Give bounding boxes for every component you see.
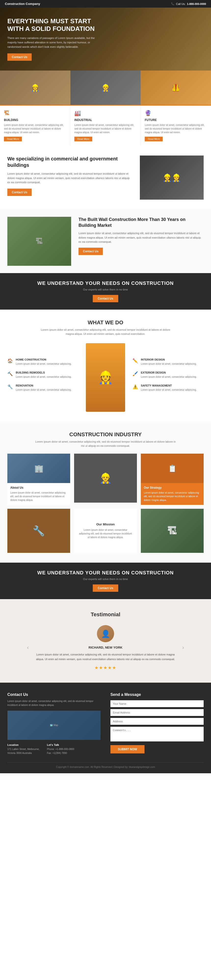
wwd-item-renovation: 🔧 RENOVATION Lorem ipsum dolor sit amet,… — [7, 384, 78, 391]
testimonial-title: Testimonial — [7, 611, 204, 618]
testimonial-name: RICHARD, NEW YORK — [34, 646, 177, 649]
banner2-cta-button[interactable]: Contact Us — [93, 584, 118, 592]
feature-industrial: 🏭 INDUSTRIAL Lorem ipsum dolor sit amet,… — [70, 105, 141, 146]
about-card-body: Lorem ipsum dolor sit amet, consectetur … — [10, 491, 67, 502]
feature-industrial-body: Lorem ipsum dolor sit amet, consectetur … — [74, 123, 137, 134]
worker-img-1: 👷 — [0, 70, 70, 105]
footer-contact-body: Lorem ipsum dolor sit amet, consectetur … — [7, 699, 101, 707]
form-name-input[interactable] — [110, 700, 204, 707]
features-strip: 🏗 BUILDING Lorem ipsum dolor sit amet, c… — [0, 105, 211, 146]
building-remodels-icon: 🔨 — [7, 371, 13, 377]
phone-icon: 📞 — [171, 2, 174, 5]
footer-form-col: Send a Message SUBMIT NOW — [110, 692, 204, 755]
wwd-home-body: Lorem ipsum dolor sit amet, consectetur … — [16, 362, 72, 366]
built-wall-section: 🏗 The Built Wall Construction More Than … — [0, 209, 211, 273]
feature-building-read-more[interactable]: Read More — [4, 137, 22, 141]
footer-grid: Contact Us Lorem ipsum dolor sit amet, c… — [7, 692, 204, 755]
banner1-cta-button[interactable]: Contact Us — [93, 295, 118, 302]
about-card-image: 🏢 — [7, 453, 70, 483]
footer-copyright: Copyright © domainname.com. All Rights R… — [7, 766, 204, 768]
wwd-item-exterior: 🖌️ EXTERIOR DESIGN Lorem ipsum dolor sit… — [133, 371, 204, 379]
strategy-card-title: Our Strategy — [144, 486, 201, 489]
footer-address-text: 171 Lallen Street, Melbourne, Victoria 3… — [7, 747, 40, 755]
hero-body: There are many variations of passages of… — [7, 36, 96, 49]
feature-future-title: FUTURE — [145, 118, 207, 122]
wwd-remodels-body: Lorem ipsum dolor sit amet, consectetur … — [16, 375, 72, 379]
feature-building-title: BUILDING — [4, 118, 66, 122]
form-message-input[interactable] — [110, 727, 204, 741]
hero-content: EVERYTHING MUST START WITH A SOLID FOUND… — [0, 8, 103, 70]
wwd-title: WHAT WE DO — [7, 320, 204, 326]
footer-bottom: Copyright © domainname.com. All Rights R… — [7, 762, 204, 768]
wwd-item-interior: ✏️ INTERIOR DESIGN Lorem ipsum dolor sit… — [133, 358, 204, 366]
footer-phone-text: Phone: +1-888-000-0800 — [47, 747, 74, 751]
home-construction-icon: 🏠 — [7, 358, 13, 363]
feature-building: 🏗 BUILDING Lorem ipsum dolor sit amet, c… — [0, 105, 70, 146]
construction-industry-section: CONSTRUCTION INDUSTRY Lorem ipsum dolor … — [0, 422, 211, 563]
industrial-icon: 🏭 — [74, 110, 137, 116]
testimonial-stars: ★★★★★ — [34, 665, 177, 670]
dark-banner-2: WE UNDERSTAND YOUR NEEDS ON CONSTRUCTION… — [0, 563, 211, 599]
form-email-input[interactable] — [110, 709, 204, 716]
hero-cta-button[interactable]: Contact Us — [7, 53, 32, 61]
built-wall-title: The Built Wall Construction More Than 30… — [78, 217, 204, 228]
wwd-item-home: 🏠 HOME CONSTRUCTION Lorem ipsum dolor si… — [7, 358, 78, 366]
footer-contact-col: Contact Us Lorem ipsum dolor sit amet, c… — [7, 692, 101, 755]
header: Construction Company 📞 Call Us: 1-888-00… — [0, 0, 211, 8]
exterior-design-icon: 🖌️ — [133, 371, 138, 377]
form-address-input[interactable] — [110, 718, 204, 725]
footer-fax-text: Fax: +1(394) 7890 — [47, 751, 74, 755]
header-phone: 1-888-000-0000 — [187, 2, 206, 5]
wwd-item-safety: ⚠️ SAFETY MANAGEMENT Lorem ipsum dolor s… — [133, 384, 204, 391]
commercial-cta-button[interactable]: Contact Us — [7, 189, 32, 196]
feature-future-read-more[interactable]: Read More — [145, 137, 163, 141]
footer-section: Contact Us Lorem ipsum dolor sit amet, c… — [0, 682, 211, 773]
form-submit-button[interactable]: SUBMIT NOW — [110, 745, 144, 753]
hero-title: EVERYTHING MUST START WITH A SOLID FOUND… — [7, 18, 96, 33]
testimonial-prev-arrow[interactable]: ‹ — [27, 644, 29, 651]
commercial-body: Lorem ipsum dolor sit amet, consectetur … — [7, 172, 133, 185]
banner1-subtitle: Our experts will solve them in no time — [5, 288, 206, 291]
wwd-item-remodels: 🔨 BUILDING REMODELS Lorem ipsum dolor si… — [7, 371, 78, 379]
wwd-interior-body: Lorem ipsum dolor sit amet, consectetur … — [141, 362, 197, 366]
footer-contact-title: Contact Us — [7, 692, 101, 697]
footer-talk: Let's Talk Phone: +1-888-000-0800 Fax: +… — [47, 743, 74, 755]
ci-card-mission: Our Mission Lorem ipsum dolor sit amet, … — [74, 509, 137, 553]
built-wall-text: The Built Wall Construction More Than 30… — [78, 217, 204, 255]
banner2-title: WE UNDERSTAND YOUR NEEDS ON CONSTRUCTION — [5, 570, 206, 576]
built-wall-cta-button[interactable]: Contact Us — [78, 248, 103, 255]
banner1-title: WE UNDERSTAND YOUR NEEDS ON CONSTRUCTION — [5, 280, 206, 286]
wwd-center-image: 👷 — [83, 343, 128, 412]
what-we-do-section: WHAT WE DO Lorem ipsum dolor sit amet, c… — [0, 310, 211, 422]
footer-talk-title: Let's Talk — [47, 743, 74, 746]
wwd-right: ✏️ INTERIOR DESIGN Lorem ipsum dolor sit… — [133, 358, 204, 397]
ci-card-strategy: 📋 Our Strategy Lorem ipsum dolor sit ame… — [141, 453, 204, 505]
wwd-left: 🏠 HOME CONSTRUCTION Lorem ipsum dolor si… — [7, 358, 78, 397]
hero-crane-decoration — [95, 8, 211, 70]
testimonial-next-arrow[interactable]: › — [182, 644, 184, 651]
footer-location-address: Location 171 Lallen Street, Melbourne, V… — [7, 743, 40, 755]
feature-industrial-read-more[interactable]: Read More — [74, 137, 92, 141]
ci-card-about: 🏢 About Us Lorem ipsum dolor sit amet, c… — [7, 453, 70, 505]
feature-future: 🔮 FUTURE Lorem ipsum dolor sit amet, con… — [141, 105, 211, 146]
wwd-exterior-title: EXTERIOR DESIGN — [141, 371, 197, 374]
wwd-home-title: HOME CONSTRUCTION — [16, 358, 72, 361]
workers-strip: 👷 👷‍♂️ 🦺 — [0, 70, 211, 105]
wwd-exterior-body: Lorem ipsum dolor sit amet, consectetur … — [141, 375, 197, 379]
wwd-interior-title: INTERIOR DESIGN — [141, 358, 197, 361]
renovation-icon: 🔧 — [7, 384, 13, 390]
banner2-subtitle: Our experts will solve them in no time — [5, 578, 206, 581]
footer-send-title: Send a Message — [110, 692, 204, 697]
header-phone-container: 📞 Call Us: 1-888-000-0000 — [171, 2, 206, 5]
strategy-card-image: 📋 — [141, 453, 204, 483]
header-logo: Construction Company — [5, 2, 40, 6]
interior-design-icon: ✏️ — [133, 358, 138, 363]
dark-banner-1: WE UNDERSTAND YOUR NEEDS ON CONSTRUCTION… — [0, 273, 211, 310]
mission-card-title: Our Mission — [96, 522, 115, 526]
wwd-subtitle: Lorem ipsum dolor sit amet, consectetur … — [38, 328, 173, 336]
testimonial-section: Testimonial ‹ › 👤 RICHARD, NEW YORK Lore… — [0, 599, 211, 682]
footer-form: SUBMIT NOW — [110, 700, 204, 753]
mission-card-body: Lorem ipsum dolor sit amet, consectetur … — [79, 528, 132, 539]
built-wall-image: 🏗 — [7, 217, 71, 266]
ci-grid-row2: 🔧 Our Mission Lorem ipsum dolor sit amet… — [7, 509, 204, 553]
